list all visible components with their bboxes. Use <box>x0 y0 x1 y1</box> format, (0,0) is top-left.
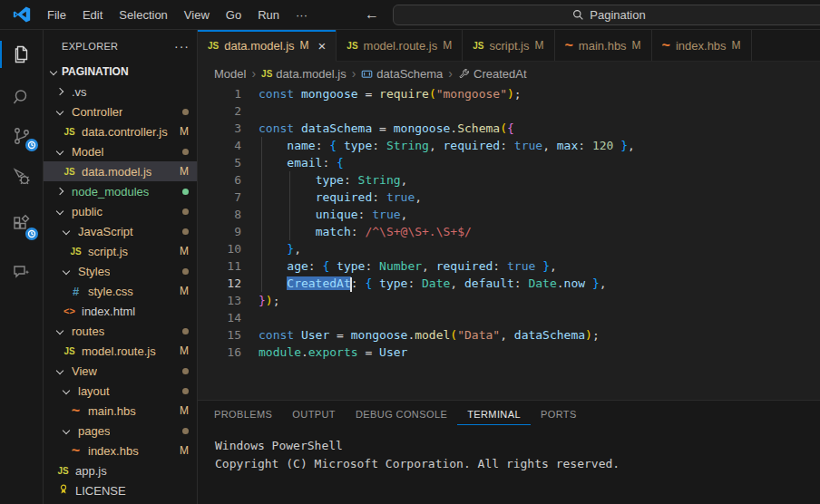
tab-data-model-js[interactable]: JSdata.model.jsM× <box>198 30 337 62</box>
tree-item-data-controller-js[interactable]: JSdata.controller.jsM <box>44 121 197 141</box>
tree-item-javascript[interactable]: JavaScript <box>44 221 197 241</box>
code-line-16[interactable]: 16module.exports = User <box>198 344 820 361</box>
code-line-10[interactable]: 10 }, <box>198 240 820 257</box>
tree-root-pagination[interactable]: PAGINATION <box>44 62 197 82</box>
tree-item-app-js[interactable]: JSapp.js <box>44 460 197 480</box>
tree-item-label: model.route.js <box>82 344 156 358</box>
back-arrow-icon[interactable]: ← <box>365 6 379 23</box>
tree-item-view[interactable]: View <box>44 361 197 381</box>
tab-main-hbs[interactable]: ~main.hbsM <box>555 30 652 61</box>
git-status-dot <box>182 428 189 434</box>
menu-run[interactable]: Run <box>249 5 288 25</box>
tab-index-hbs[interactable]: ~index.hbsM <box>652 30 752 61</box>
tree-item-label: style.css <box>88 285 133 298</box>
panel-tab-debug-console[interactable]: DEBUG CONSOLE <box>346 403 457 425</box>
code-line-2[interactable]: 2 <box>198 102 820 120</box>
js-icon: JS <box>473 41 483 51</box>
panel-tab-problems[interactable]: PROBLEMS <box>204 403 282 425</box>
activity-source-control[interactable] <box>0 118 44 154</box>
git-modified-badge: M <box>180 444 189 457</box>
tree-item-style-css[interactable]: #style.cssM <box>44 281 197 301</box>
activity-chat[interactable] <box>0 254 44 290</box>
tree-item-main-hbs[interactable]: ~main.hbsM <box>44 401 197 421</box>
tree-item-index-html[interactable]: <>index.html <box>44 301 197 321</box>
js-icon: JS <box>261 69 272 79</box>
activity-run-debug[interactable] <box>0 159 44 195</box>
menu-go[interactable]: Go <box>218 5 249 25</box>
tree-item-layout[interactable]: layout <box>44 381 197 401</box>
terminal-line: Copyright (C) Microsoft Corporation. All… <box>215 455 820 473</box>
breadcrumb-item-dataschema[interactable]: dataSchema <box>361 67 443 81</box>
menu-file[interactable]: File <box>39 5 74 25</box>
code-line-12[interactable]: 12 CreatedAt: { type: Date, default: Dat… <box>198 275 820 292</box>
tree-item-label: app.js <box>75 464 107 478</box>
panel-tab-terminal[interactable]: TERMINAL <box>457 403 531 425</box>
tree-item-routes[interactable]: routes <box>44 321 197 341</box>
menu-[interactable]: ··· <box>288 5 316 25</box>
code-line-3[interactable]: 3const dataSchema = mongoose.Schema({ <box>198 120 820 137</box>
tree-item-license[interactable]: LICENSE <box>44 480 197 500</box>
tree-item-label: View <box>72 364 97 378</box>
activity-search[interactable] <box>0 79 44 115</box>
breadcrumb-item-data-model-js[interactable]: JSdata.model.js <box>261 67 347 81</box>
menu-view[interactable]: View <box>176 5 218 25</box>
terminal-output[interactable]: Windows PowerShellCopyright (C) Microsof… <box>198 437 820 473</box>
panel-tab-ports[interactable]: PORTS <box>531 403 587 425</box>
line-text: unique: true, <box>241 206 407 223</box>
breadcrumb-item-model[interactable]: Model <box>214 67 246 81</box>
tree-item-node-modules[interactable]: node_modules <box>44 181 197 201</box>
vscode-window: FileEditSelectionViewGoRun··· ← → Pagina… <box>0 0 820 504</box>
code-line-8[interactable]: 8 unique: true, <box>198 206 820 223</box>
code-line-7[interactable]: 7 required: true, <box>198 189 820 206</box>
tree-item-label: data.controller.js <box>82 125 168 139</box>
tree-item-model-route-js[interactable]: JSmodel.route.jsM <box>44 341 197 361</box>
search-icon <box>11 86 33 108</box>
line-text: name: { type: String, required: true, ma… <box>241 137 635 154</box>
activity-extensions[interactable] <box>0 207 44 243</box>
menu-edit[interactable]: Edit <box>74 5 111 25</box>
code-line-4[interactable]: 4 name: { type: String, required: true, … <box>198 137 820 154</box>
code-line-5[interactable]: 5 email: { <box>198 154 820 171</box>
code-line-14[interactable]: 14 <box>198 309 820 326</box>
hbs-icon: ~ <box>68 446 83 455</box>
chevron-down-icon <box>63 427 70 434</box>
explorer-more-actions-icon[interactable]: ··· <box>174 39 190 53</box>
tree-item-controller[interactable]: Controller <box>44 102 197 121</box>
tree-item-model[interactable]: Model <box>44 141 197 161</box>
tab-model-route-js[interactable]: JSmodel.route.jsM <box>337 30 463 61</box>
breadcrumb-item-createdat[interactable]: CreatedAt <box>458 67 527 81</box>
tree-item-data-model-js[interactable]: JSdata.model.jsM <box>44 161 197 181</box>
git-modified-badge: M <box>180 165 189 178</box>
activity-explorer[interactable] <box>0 36 44 73</box>
tree-item-public[interactable]: public <box>44 201 197 221</box>
hbs-icon: ~ <box>662 41 670 50</box>
tree-item-script-js[interactable]: JSscript.jsM <box>44 241 197 261</box>
tree-item-vs[interactable]: .vs <box>44 82 197 102</box>
panel-tab-output[interactable]: OUTPUT <box>282 403 346 425</box>
code-line-6[interactable]: 6 type: String, <box>198 171 820 189</box>
code-editor[interactable]: 1const mongoose = require("mongoose");23… <box>198 85 820 400</box>
git-status-dot <box>182 109 189 115</box>
editor-tab-bar: JSdata.model.jsM×JSmodel.route.jsMJSscri… <box>198 30 820 62</box>
breadcrumb-separator-icon: › <box>251 66 256 81</box>
tree-item-styles[interactable]: Styles <box>44 261 197 281</box>
tab-script-js[interactable]: JSscript.jsM <box>463 30 554 61</box>
line-number: 4 <box>198 137 241 154</box>
command-center-search[interactable]: Pagination <box>393 5 820 25</box>
code-line-13[interactable]: 13}); <box>198 292 820 309</box>
js-icon: JS <box>347 41 357 51</box>
git-modified-badge: M <box>535 39 544 52</box>
code-line-11[interactable]: 11 age: { type: Number, required: true }… <box>198 257 820 275</box>
git-modified-badge: M <box>180 125 189 138</box>
line-number: 14 <box>198 309 241 326</box>
tree-item-pages[interactable]: pages <box>44 421 197 441</box>
code-line-1[interactable]: 1const mongoose = require("mongoose"); <box>198 85 820 102</box>
code-line-15[interactable]: 15const User = mongoose.model("Data", da… <box>198 326 820 344</box>
menu-selection[interactable]: Selection <box>111 5 175 25</box>
tree-item-index-hbs[interactable]: ~index.hbsM <box>44 441 197 460</box>
breadcrumb: Model›JSdata.model.js›dataSchema›Created… <box>198 62 820 85</box>
explorer-title: EXPLORER <box>62 41 118 52</box>
code-line-9[interactable]: 9 match: /^\S+@\S+.\S+$/ <box>198 223 820 240</box>
js-icon: JS <box>62 127 77 137</box>
close-icon[interactable]: × <box>318 39 327 53</box>
